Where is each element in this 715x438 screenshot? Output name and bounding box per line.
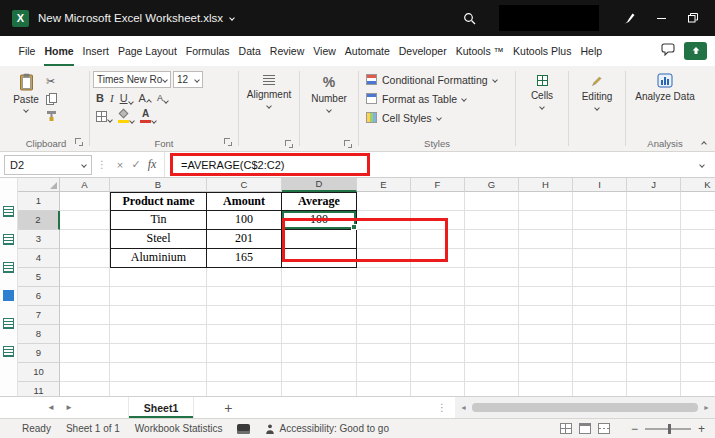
cell-K3[interactable]	[681, 230, 715, 249]
cell-F7[interactable]	[411, 306, 465, 325]
cell-H10[interactable]	[519, 363, 573, 382]
zoom-in-button[interactable]: +	[698, 423, 705, 435]
increase-font-size-button[interactable]: A	[139, 93, 151, 104]
tab-help[interactable]: Help	[576, 36, 607, 66]
column-header-H[interactable]: H	[519, 178, 573, 192]
format-painter-button[interactable]	[46, 109, 57, 122]
paste-button[interactable]: Paste	[6, 68, 46, 122]
cell-E7[interactable]	[357, 306, 411, 325]
cell-A8[interactable]	[60, 325, 110, 344]
cell-K11[interactable]	[681, 382, 715, 396]
cell-A5[interactable]	[60, 268, 110, 287]
column-header-D[interactable]: D	[282, 178, 357, 192]
cell-J10[interactable]	[627, 363, 681, 382]
cell-H4[interactable]	[519, 249, 573, 268]
formula-bar-handle[interactable]: ⋮	[97, 159, 107, 170]
format-as-table-button[interactable]: Format as Table	[362, 89, 512, 108]
cell-D5[interactable]	[282, 268, 357, 287]
cell-K9[interactable]	[681, 344, 715, 363]
worksheet-manager-icon[interactable]	[3, 234, 14, 245]
column-header-A[interactable]: A	[60, 178, 110, 192]
cell-H8[interactable]	[519, 325, 573, 344]
scroll-right-icon[interactable]: ►	[703, 404, 710, 411]
cell-B6[interactable]	[110, 287, 207, 306]
cell-B4[interactable]: Aluminium	[110, 249, 207, 268]
cell-I7[interactable]	[573, 306, 627, 325]
cell-D2[interactable]: 100	[282, 211, 357, 230]
cell-A3[interactable]	[60, 230, 110, 249]
cell-D4[interactable]	[282, 249, 357, 268]
cell-I10[interactable]	[573, 363, 627, 382]
cell-F8[interactable]	[411, 325, 465, 344]
analyze-data-button[interactable]: Analyze Data	[634, 68, 696, 103]
cell-B7[interactable]	[110, 306, 207, 325]
cell-E2[interactable]	[357, 211, 411, 230]
tab-home[interactable]: Home	[40, 36, 78, 66]
minimize-button[interactable]	[645, 3, 677, 33]
cell-F6[interactable]	[411, 287, 465, 306]
cell-H9[interactable]	[519, 344, 573, 363]
cell-I2[interactable]	[573, 211, 627, 230]
cell-E6[interactable]	[357, 287, 411, 306]
column-header-I[interactable]: I	[573, 178, 627, 192]
cell-G7[interactable]	[465, 306, 519, 325]
cell-C4[interactable]: 165	[207, 249, 282, 268]
cell-K2[interactable]	[681, 211, 715, 230]
cell-D9[interactable]	[282, 344, 357, 363]
cell-K4[interactable]	[681, 249, 715, 268]
restore-button[interactable]	[677, 3, 709, 33]
cell-E1[interactable]	[357, 192, 411, 211]
cell-E3[interactable]	[357, 230, 411, 249]
cell-C2[interactable]: 100	[207, 211, 282, 230]
cancel-icon[interactable]: ×	[112, 159, 128, 171]
clipboard-dialog-launcher[interactable]	[75, 138, 84, 147]
column-header-J[interactable]: J	[627, 178, 681, 192]
toolbox-icon[interactable]	[3, 346, 14, 357]
insert-function-icon[interactable]: fx	[144, 157, 160, 172]
cell-D3[interactable]	[282, 230, 357, 249]
alignment-group-button[interactable]: Alignment	[242, 68, 296, 151]
tab-splitter-handle[interactable]: ⋮	[437, 402, 447, 413]
cell-K10[interactable]	[681, 363, 715, 382]
cell-C1[interactable]: Amount	[207, 192, 282, 211]
row-header-11[interactable]: 11	[18, 382, 60, 396]
formula-input[interactable]: =AVERAGE(C$2:C2)	[164, 152, 689, 177]
cell-C8[interactable]	[207, 325, 282, 344]
page-layout-view-button[interactable]	[579, 423, 591, 434]
cell-J3[interactable]	[627, 230, 681, 249]
cell-I6[interactable]	[573, 287, 627, 306]
cell-B8[interactable]	[110, 325, 207, 344]
cell-F10[interactable]	[411, 363, 465, 382]
cell-D8[interactable]	[282, 325, 357, 344]
cell-E11[interactable]	[357, 382, 411, 396]
zoom-slider-thumb[interactable]	[668, 424, 671, 434]
cell-C11[interactable]	[207, 382, 282, 396]
tab-kutools[interactable]: Kutools ™	[451, 36, 508, 66]
cell-J8[interactable]	[627, 325, 681, 344]
column-header-B[interactable]: B	[110, 178, 207, 192]
cell-A10[interactable]	[60, 363, 110, 382]
cell-A11[interactable]	[60, 382, 110, 396]
zoom-out-button[interactable]: −	[631, 423, 638, 435]
cell-I9[interactable]	[573, 344, 627, 363]
page-break-view-button[interactable]	[598, 423, 610, 434]
cell-I5[interactable]	[573, 268, 627, 287]
tab-page-layout[interactable]: Page Layout	[113, 36, 181, 66]
cell-G10[interactable]	[465, 363, 519, 382]
cell-H3[interactable]	[519, 230, 573, 249]
cell-H5[interactable]	[519, 268, 573, 287]
font-name-select[interactable]: Times New Ro	[93, 71, 171, 88]
cell-I3[interactable]	[573, 230, 627, 249]
workbook-tools-icon[interactable]	[3, 262, 14, 273]
column-header-K[interactable]: K	[681, 178, 715, 192]
normal-view-button[interactable]	[560, 423, 572, 434]
cell-I8[interactable]	[573, 325, 627, 344]
sheet-next-icon[interactable]: ►	[60, 403, 78, 412]
italic-button[interactable]: I	[110, 93, 114, 104]
cell-F5[interactable]	[411, 268, 465, 287]
cell-B1[interactable]: Product name	[110, 192, 207, 211]
font-size-select[interactable]: 12	[173, 71, 203, 88]
select-all-button[interactable]	[18, 178, 60, 192]
cell-K5[interactable]	[681, 268, 715, 287]
cell-G6[interactable]	[465, 287, 519, 306]
